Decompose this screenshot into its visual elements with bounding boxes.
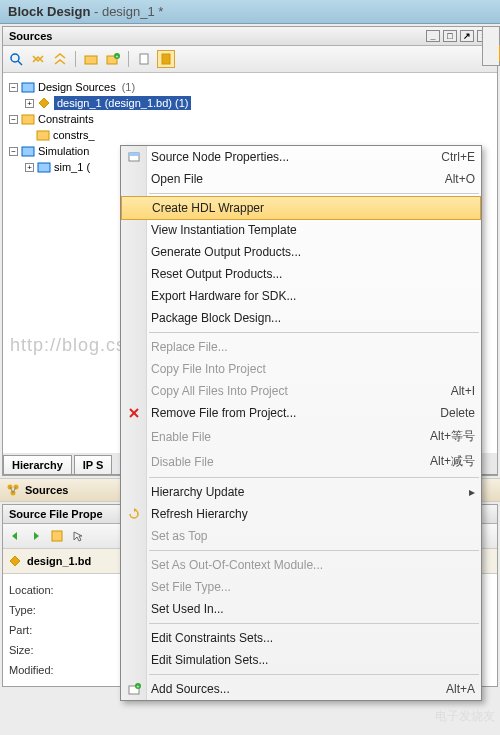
toolbar-separator [128,51,129,67]
menu-item-copy-file-into-project: Copy File Into Project [121,358,481,380]
design-item-label: design_1 (design_1.bd) (1) [54,96,191,110]
menu-item-set-as-out-of-context-module: Set As Out-Of-Context Module... [121,554,481,576]
svg-rect-6 [140,54,148,64]
menu-item-edit-simulation-sets[interactable]: Edit Simulation Sets... [121,649,481,671]
collapse-icon[interactable]: − [9,147,18,156]
svg-text:+: + [137,683,140,689]
menu-item-label: Set Used In... [151,602,224,616]
svg-text:+: + [116,53,119,59]
search-icon[interactable] [7,50,25,68]
menu-item-add-sources[interactable]: +Add Sources...Alt+A [121,678,481,700]
svg-rect-2 [85,56,97,64]
menu-item-create-hdl-wrapper[interactable]: Create HDL Wrapper [121,196,481,220]
sources-toolbar: + [3,46,497,73]
submenu-arrow-icon: ▸ [449,485,475,499]
sources-row-label: Sources [25,484,68,496]
properties-title: Source File Prope [9,508,103,520]
menu-item-label: Set as Top [151,529,207,543]
svg-marker-9 [39,98,49,108]
collapse-all-icon[interactable] [51,50,69,68]
menu-item-label: Edit Simulation Sets... [151,653,268,667]
menu-item-label: Set As Out-Of-Context Module... [151,558,323,572]
menu-item-replace-file: Replace File... [121,336,481,358]
menu-item-enable-file: Enable FileAlt+等号 [121,424,481,449]
menu-shortcut: Alt+减号 [410,453,475,470]
expand-icon[interactable]: + [25,163,34,172]
menu-item-export-hardware-for-sdk[interactable]: Export Hardware for SDK... [121,285,481,307]
tab-ip-sources[interactable]: IP S [74,455,113,474]
folder-icon [21,80,35,94]
menu-item-set-used-in[interactable]: Set Used In... [121,598,481,620]
menu-shortcut: Alt+等号 [410,428,475,445]
menu-item-label: Remove File from Project... [151,406,296,420]
menu-item-label: Enable File [151,430,211,444]
minimize-button[interactable]: _ [426,30,440,42]
add-source-icon[interactable]: + [104,50,122,68]
collapse-icon[interactable]: − [9,83,18,92]
expand-all-icon[interactable] [29,50,47,68]
tab-hierarchy[interactable]: Hierarchy [3,455,72,474]
design-item-node[interactable]: + design_1 (design_1.bd) (1) [9,95,491,111]
menu-item-open-file[interactable]: Open FileAlt+O [121,168,481,190]
properties-file: design_1.bd [27,555,91,567]
svg-rect-19 [52,531,62,541]
restore-button[interactable]: ↗ [460,30,474,42]
menu-item-edit-constraints-sets[interactable]: Edit Constraints Sets... [121,627,481,649]
props-icon [126,149,142,165]
menu-item-label: Set File Type... [151,580,231,594]
sources-icon [6,483,20,497]
design-sources-label: Design Sources [38,81,116,93]
menu-shortcut: Alt+I [431,384,475,398]
menu-item-remove-file-from-project[interactable]: Remove File from Project...Delete [121,402,481,424]
svg-rect-10 [22,115,34,124]
menu-item-view-instantiation-template[interactable]: View Instantiation Template [121,219,481,241]
collapse-icon[interactable]: − [9,115,18,124]
nav-icon[interactable] [48,527,66,545]
menu-item-label: Add Sources... [151,682,230,696]
menu-item-label: Refresh Hierarchy [151,507,248,521]
menu-item-source-node-properties[interactable]: Source Node Properties...Ctrl+E [121,146,481,168]
menu-item-label: Generate Output Products... [151,245,301,259]
menu-item-package-block-design[interactable]: Package Block Design... [121,307,481,329]
sim1-label: sim_1 ( [54,161,90,173]
constraints-node[interactable]: − Constraints [9,111,491,127]
menu-separator [149,550,479,551]
settings-icon[interactable] [157,50,175,68]
simulation-label: Simulation [38,145,89,157]
menu-item-label: Edit Constraints Sets... [151,631,273,645]
sources-panel-title: Sources [9,30,52,42]
menu-item-label: Package Block Design... [151,311,281,325]
block-design-icon [8,554,22,568]
block-design-icon [37,96,51,110]
menu-item-hierarchy-update[interactable]: Hierarchy Update▸ [121,481,481,503]
folder-icon [21,144,35,158]
forward-icon[interactable] [27,527,45,545]
expand-icon[interactable]: + [25,99,34,108]
menu-item-set-file-type: Set File Type... [121,576,481,598]
svg-rect-11 [37,131,49,140]
menu-item-label: Reset Output Products... [151,267,282,281]
menu-shortcut: Ctrl+E [421,150,475,164]
back-icon[interactable] [6,527,24,545]
menu-item-reset-output-products[interactable]: Reset Output Products... [121,263,481,285]
menu-item-refresh-hierarchy[interactable]: Refresh Hierarchy [121,503,481,525]
select-icon[interactable] [69,527,87,545]
folder-icon[interactable] [82,50,100,68]
constrs-node[interactable]: constrs_ [9,127,491,143]
folder-icon [21,112,35,126]
menu-item-label: Export Hardware for SDK... [151,289,296,303]
menu-separator [149,193,479,194]
constraints-label: Constraints [38,113,94,125]
design-sources-node[interactable]: − Design Sources (1) [9,79,491,95]
remove-icon [126,405,142,421]
menu-item-set-as-top: Set as Top [121,525,481,547]
maximize-button[interactable]: □ [443,30,457,42]
logo-watermark: 电子发烧友 [435,708,495,725]
title-suffix: - design_1 * [90,4,163,19]
menu-shortcut: Delete [420,406,475,420]
doc-icon[interactable] [135,50,153,68]
svg-line-1 [18,61,22,65]
menu-item-label: Hierarchy Update [151,485,244,499]
menu-item-generate-output-products[interactable]: Generate Output Products... [121,241,481,263]
folder-icon [36,128,50,142]
